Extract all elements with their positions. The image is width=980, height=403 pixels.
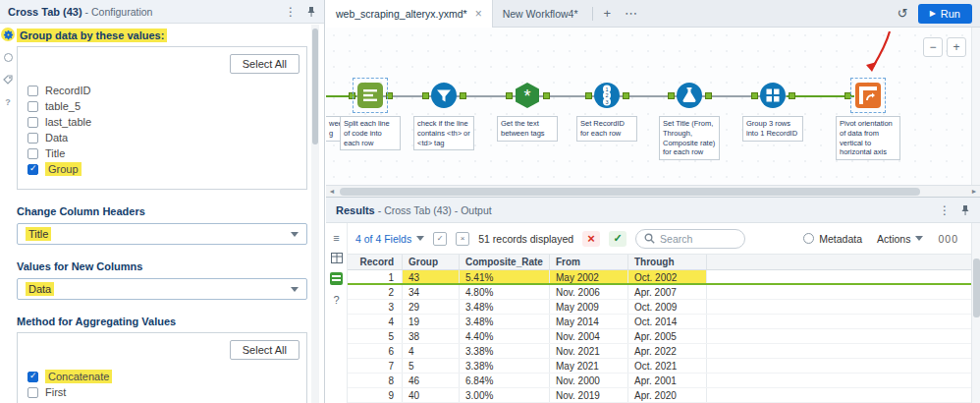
table-row[interactable]: 2 34 4.80% Nov. 2006 Apr. 2007	[348, 285, 971, 300]
kebab-menu-icon[interactable]: ⋮	[939, 203, 951, 217]
connection-anchor[interactable]	[789, 92, 795, 99]
navigation-icon[interactable]	[1, 50, 15, 64]
connection-anchor[interactable]	[422, 92, 429, 99]
fields-dropdown[interactable]: 4 of 4 Fields	[355, 233, 424, 245]
table-row[interactable]: 4 19 3.48% May 2014 Oct. 2014	[348, 315, 971, 329]
canvas-horizontal-scrollbar[interactable]: ◄ ►	[326, 185, 980, 197]
cell-record[interactable]: 3	[348, 300, 403, 314]
tool-record-id[interactable]: 123	[593, 82, 621, 109]
cell-group[interactable]: 29	[403, 300, 460, 314]
cell-through[interactable]: Apr. 2001	[628, 374, 707, 387]
search-box[interactable]	[635, 229, 745, 249]
config-scrollbar[interactable]	[311, 25, 319, 403]
cell-through[interactable]: Oct. 2002	[628, 270, 707, 283]
table-row[interactable]: 3 29 3.48% May 2009 Oct. 2009	[348, 300, 971, 315]
checkbox-row-data[interactable]: Data	[27, 130, 299, 145]
cell-from[interactable]: Nov. 2019	[550, 388, 628, 402]
connection-anchor[interactable]	[543, 92, 550, 99]
checkbox-checked[interactable]	[27, 372, 38, 382]
tool-annotation[interactable]: Get the text between tags	[497, 116, 558, 142]
column-header-through[interactable]: Through	[628, 255, 707, 269]
connection-anchor[interactable]	[668, 92, 675, 99]
column-header-from[interactable]: From	[550, 255, 628, 269]
canvas-vertical-scrollbar[interactable]	[971, 28, 980, 185]
tool-text-to-columns[interactable]	[356, 82, 384, 109]
cell-composite-rate[interactable]: 3.48%	[460, 300, 550, 314]
cell-from[interactable]: May 2021	[550, 359, 628, 373]
cell-group[interactable]: 34	[403, 285, 460, 299]
checkbox-row-table5[interactable]: table_5	[27, 98, 299, 114]
cell-from[interactable]: Nov. 2000	[550, 374, 628, 387]
cell-composite-rate[interactable]: 4.80%	[460, 285, 550, 299]
connection-anchor[interactable]	[585, 92, 592, 99]
cell-composite-rate[interactable]: 5.41%	[460, 270, 550, 283]
checkbox-row-group[interactable]: Group	[27, 161, 299, 177]
cell-record[interactable]: 6	[348, 344, 403, 358]
connection-anchor[interactable]	[751, 92, 758, 99]
table-row[interactable]: 8 46 6.84% Nov. 2000 Apr. 2001	[348, 374, 971, 388]
help-icon[interactable]: ?	[1, 95, 15, 109]
checkbox-row-lasttable[interactable]: last_table	[27, 114, 299, 130]
cell-composite-rate[interactable]: 3.38%	[460, 359, 550, 373]
close-icon[interactable]: ×	[475, 7, 482, 21]
tab-web-scraping-workflow[interactable]: web_scraping_alteryx.yxmd* ×	[326, 0, 493, 28]
metadata-toggle[interactable]: Metadata	[803, 233, 862, 245]
cell-group[interactable]: 5	[403, 359, 460, 373]
cell-record[interactable]: 8	[348, 374, 403, 387]
more-tabs-icon[interactable]: ⋯	[618, 6, 644, 21]
cell-group[interactable]: 38	[403, 329, 460, 343]
zoom-out-button[interactable]: −	[923, 37, 943, 57]
annotation-tag-icon[interactable]	[1, 73, 15, 86]
cell-group[interactable]: 46	[403, 374, 460, 387]
new-columns-dropdown[interactable]: Data	[17, 278, 307, 300]
connection-anchor[interactable]	[506, 92, 513, 99]
tool-cross-tab[interactable]	[854, 82, 882, 109]
run-button[interactable]: ▶ Run	[918, 4, 972, 24]
zoom-in-button[interactable]: +	[947, 37, 966, 57]
errors-filter-icon[interactable]: ×	[582, 231, 600, 247]
cell-group[interactable]: 4	[403, 344, 460, 358]
column-header-record[interactable]: Record	[348, 255, 403, 269]
select-all-button[interactable]: Select All	[230, 340, 299, 360]
checkbox-row-first[interactable]: First	[27, 384, 299, 400]
checkbox[interactable]	[27, 387, 38, 398]
table-row[interactable]: 9 40 3.00% Nov. 2019 Apr. 2020	[348, 388, 971, 403]
pin-icon[interactable]	[306, 6, 316, 18]
cell-through[interactable]: Apr. 2007	[628, 285, 707, 299]
cell-through[interactable]: Apr. 2005	[628, 329, 707, 343]
cell-record[interactable]: 7	[348, 359, 403, 373]
tool-annotation[interactable]: Set Title (From, Through, Composite rate…	[659, 116, 720, 160]
column-header-group[interactable]: Group	[403, 255, 460, 269]
cell-through[interactable]: Oct. 2021	[628, 359, 707, 373]
cell-through[interactable]: Apr. 2020	[628, 388, 707, 402]
cell-record[interactable]: 2	[348, 285, 403, 299]
cell-from[interactable]: May 2009	[550, 300, 628, 314]
table-row[interactable]: 7 5 3.38% May 2021 Oct. 2021	[348, 359, 971, 374]
browse-view-icon[interactable]	[330, 272, 344, 285]
cell-record[interactable]: 1	[348, 270, 403, 283]
cell-composite-rate[interactable]: 3.48%	[460, 315, 550, 328]
kebab-menu-icon[interactable]: ⋮	[285, 5, 297, 19]
checkbox[interactable]	[27, 86, 38, 96]
cell-from[interactable]: Nov. 2004	[550, 329, 628, 343]
list-view-icon[interactable]: ≡	[330, 231, 344, 244]
checkbox-checked[interactable]	[27, 164, 38, 175]
connection-anchor[interactable]	[623, 92, 629, 99]
ok-filter-icon[interactable]: ✓	[609, 231, 626, 247]
cell-from[interactable]: May 2002	[550, 270, 628, 283]
checkbox-row-recordid[interactable]: RecordID	[27, 83, 299, 98]
cell-composite-rate[interactable]: 3.38%	[460, 344, 550, 358]
checkbox[interactable]	[27, 101, 38, 112]
cell-through[interactable]: Oct. 2009	[628, 300, 707, 314]
table-row[interactable]: 1 43 5.41% May 2002 Oct. 2002	[348, 270, 971, 285]
checkbox[interactable]	[27, 148, 38, 159]
connection-anchor[interactable]	[460, 92, 466, 99]
cell-from[interactable]: May 2014	[550, 315, 628, 328]
cell-group[interactable]: 19	[403, 315, 460, 328]
help-icon[interactable]: ?	[330, 293, 344, 306]
actions-dropdown[interactable]: Actions	[877, 233, 923, 245]
select-all-button[interactable]: Select All	[230, 54, 299, 74]
scroll-right-icon[interactable]: ►	[968, 188, 980, 195]
tool-annotation[interactable]: check if the line contains <th> or <td> …	[413, 116, 474, 150]
tab-new-workflow4[interactable]: New Workflow4*	[493, 0, 588, 28]
